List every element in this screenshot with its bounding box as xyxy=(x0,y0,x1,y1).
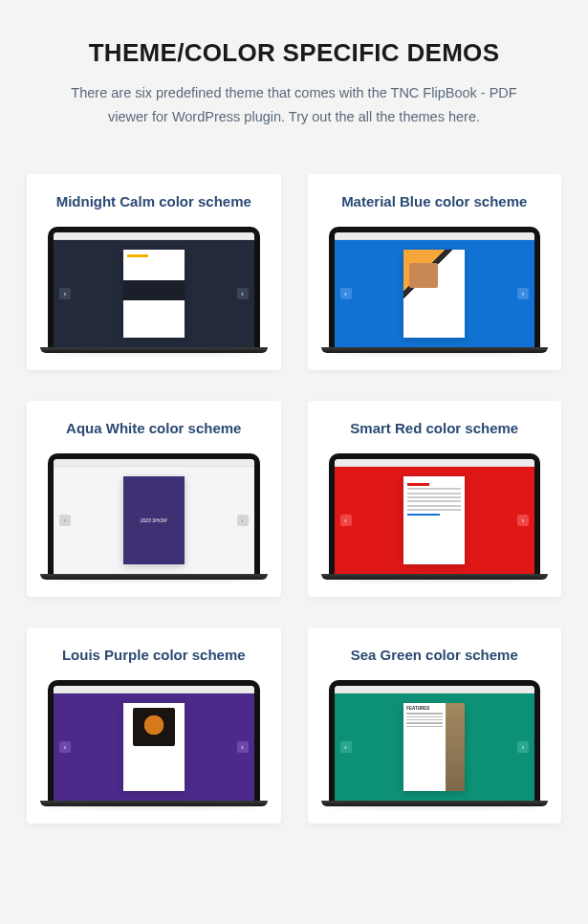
card-title: Material Blue color scheme xyxy=(321,193,549,209)
demo-card-midnight[interactable]: Midnight Calm color scheme ‹ › xyxy=(27,174,281,370)
prev-page-icon[interactable]: ‹ xyxy=(340,741,352,753)
browser-chrome xyxy=(335,686,535,693)
demo-card-louis[interactable]: Louis Purple color scheme ‹ › xyxy=(27,627,281,824)
demo-grid: Midnight Calm color scheme ‹ › Material … xyxy=(27,174,561,824)
browser-chrome xyxy=(54,686,254,693)
card-title: Midnight Calm color scheme xyxy=(40,193,268,209)
demo-card-aqua[interactable]: Aqua White color scheme ‹ 2023 SHOW › xyxy=(27,401,281,597)
document-preview xyxy=(123,250,185,338)
card-title: Aqua White color scheme xyxy=(40,420,268,436)
next-page-icon[interactable]: › xyxy=(237,515,249,526)
pdf-viewer: ‹ › xyxy=(54,693,254,801)
card-title: Sea Green color scheme xyxy=(321,647,549,663)
browser-chrome xyxy=(54,232,254,240)
browser-chrome xyxy=(54,459,254,467)
next-page-icon[interactable]: › xyxy=(237,741,249,753)
document-preview xyxy=(123,703,185,791)
laptop-mockup: ‹ › xyxy=(40,680,268,806)
page-subtitle: There are six predefined theme that come… xyxy=(51,81,538,128)
document-preview xyxy=(403,476,465,564)
document-preview xyxy=(403,250,465,338)
prev-page-icon[interactable]: ‹ xyxy=(59,515,71,526)
demo-card-material[interactable]: Material Blue color scheme ‹ › xyxy=(308,174,562,370)
next-page-icon[interactable]: › xyxy=(517,741,529,753)
document-preview: 2023 SHOW xyxy=(123,476,185,564)
pdf-viewer: ‹ › xyxy=(335,467,535,574)
laptop-mockup: ‹ 2023 SHOW › xyxy=(40,453,268,580)
laptop-mockup: ‹ FEATURES › xyxy=(321,680,549,806)
card-title: Louis Purple color scheme xyxy=(40,647,268,663)
prev-page-icon[interactable]: ‹ xyxy=(340,288,352,299)
document-preview: FEATURES xyxy=(403,703,465,791)
pdf-viewer: ‹ › xyxy=(54,240,254,347)
card-title: Smart Red color scheme xyxy=(321,420,549,436)
pdf-viewer: ‹ FEATURES › xyxy=(335,693,535,801)
demo-card-seagreen[interactable]: Sea Green color scheme ‹ FEATURES › xyxy=(308,627,562,824)
laptop-mockup: ‹ › xyxy=(40,227,268,353)
laptop-mockup: ‹ › xyxy=(321,453,549,580)
next-page-icon[interactable]: › xyxy=(237,288,249,299)
page-title: THEME/COLOR SPECIFIC DEMOS xyxy=(27,38,561,68)
browser-chrome xyxy=(335,459,535,467)
next-page-icon[interactable]: › xyxy=(517,515,529,526)
pdf-viewer: ‹ › xyxy=(335,240,535,347)
prev-page-icon[interactable]: ‹ xyxy=(59,741,71,753)
laptop-mockup: ‹ › xyxy=(321,227,549,353)
prev-page-icon[interactable]: ‹ xyxy=(340,515,352,526)
browser-chrome xyxy=(335,232,535,240)
pdf-viewer: ‹ 2023 SHOW › xyxy=(54,467,254,574)
next-page-icon[interactable]: › xyxy=(517,288,529,299)
prev-page-icon[interactable]: ‹ xyxy=(59,288,71,299)
demo-card-smart[interactable]: Smart Red color scheme ‹ › xyxy=(308,401,562,597)
